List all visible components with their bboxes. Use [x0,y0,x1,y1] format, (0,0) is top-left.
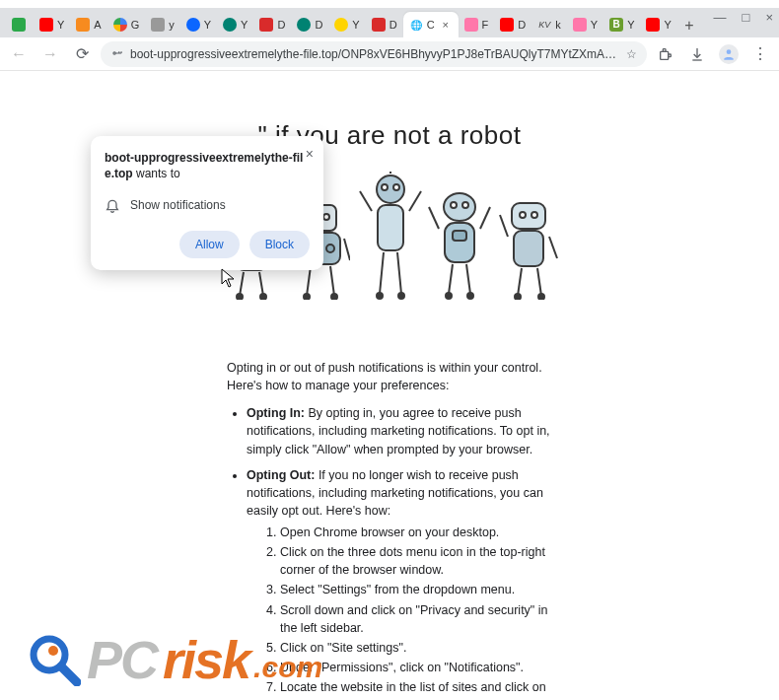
svg-line-30 [330,266,334,296]
tab-10[interactable]: D [366,12,403,37]
tab-13[interactable]: D [494,12,531,37]
svg-line-28 [344,239,350,260]
step-2: Click on the three dots menu icon in the… [280,543,552,579]
svg-point-32 [331,294,337,300]
svg-point-57 [520,212,526,218]
svg-point-31 [304,294,310,300]
svg-point-58 [531,212,537,218]
tab-17[interactable]: Y [640,12,676,37]
svg-point-43 [377,293,383,299]
url-text: boot-upprogressiveextremelythe-file.top/… [130,47,620,61]
svg-point-33 [377,175,404,203]
svg-rect-49 [453,231,466,241]
svg-rect-4 [661,51,669,59]
site-info-icon[interactable] [110,46,124,62]
window-close-icon[interactable]: × [765,10,773,25]
step-1: Open Chrome browser on your desktop. [280,524,552,541]
svg-line-63 [537,268,541,296]
watermark-risk: risk [163,629,249,690]
cursor-icon [221,268,235,292]
tab-strip: Y A G y Y Y D D Y D 🌐 C × F D KVk Y BY Y… [0,8,779,37]
svg-line-62 [518,268,522,296]
tab-3[interactable]: G [107,12,146,37]
globe-icon: 🌐 [409,18,423,32]
tab-close-icon[interactable]: × [439,18,453,32]
magnifier-icon [28,633,81,686]
tab-16[interactable]: BY [603,12,640,37]
svg-line-42 [397,252,401,294]
active-tab-title: C [427,19,435,31]
tab-15[interactable]: Y [567,12,603,37]
menu-button[interactable]: ⋮ [747,41,773,67]
svg-point-26 [326,245,334,252]
profile-avatar[interactable] [716,41,742,67]
tab-5[interactable]: Y [180,12,217,37]
svg-rect-56 [512,203,545,229]
tab-14[interactable]: KVk [531,12,567,37]
svg-point-44 [398,293,404,299]
svg-rect-59 [514,231,543,266]
svg-line-50 [429,207,439,229]
svg-line-29 [307,266,311,296]
tab-4[interactable]: y [145,12,180,37]
info-intro: Opting in or out of push notifications i… [227,359,552,394]
svg-point-65 [538,294,544,300]
window-controls: — □ × [714,10,773,25]
forward-button[interactable]: → [37,41,63,67]
svg-line-52 [449,264,453,294]
svg-point-54 [446,293,452,299]
address-bar[interactable]: boot-upprogressiveextremelythe-file.top/… [101,41,647,67]
tab-12[interactable]: F [459,12,495,37]
bookmark-star-icon[interactable]: ☆ [626,47,637,61]
downloads-icon[interactable] [684,41,710,67]
svg-rect-38 [378,205,403,250]
tab-9[interactable]: Y [328,12,365,37]
svg-point-23 [323,214,329,220]
svg-line-61 [549,237,557,258]
svg-line-53 [466,264,470,294]
tab-1[interactable]: Y [34,12,70,37]
tab-2[interactable]: A [70,12,106,37]
svg-line-68 [61,666,77,682]
reload-button[interactable]: ⟳ [69,41,95,67]
tab-8[interactable]: D [291,12,328,37]
svg-point-20 [260,294,266,300]
new-tab-button[interactable]: + [677,14,701,37]
svg-point-19 [237,294,243,300]
svg-line-40 [409,191,421,211]
tab-6[interactable]: Y [217,12,253,37]
back-button[interactable]: ← [6,41,32,67]
popup-wants: wants to [133,167,180,180]
svg-rect-48 [445,223,474,262]
svg-point-0 [113,51,115,53]
pcrisk-watermark: PCrisk.com [28,629,322,690]
popup-close-icon[interactable]: × [306,146,314,162]
svg-rect-5 [663,48,666,51]
extensions-icon[interactable] [653,41,678,67]
step-3: Select "Settings" from the dropdown menu… [280,581,552,598]
svg-line-17 [240,272,244,296]
bell-icon [105,197,120,213]
svg-point-35 [393,184,399,190]
block-button[interactable]: Block [249,231,310,258]
svg-point-64 [515,294,521,300]
notification-permission-popup: × boot-upprogressiveextremelythe-file.to… [91,136,323,270]
svg-line-51 [480,207,490,229]
watermark-pc: PC [87,629,157,690]
window-maximize-icon[interactable]: □ [743,10,750,25]
optin-item: Opting In: By opting in, you agree to re… [247,404,552,457]
tab-0[interactable] [6,12,34,37]
svg-line-39 [360,191,372,211]
svg-point-34 [382,184,388,190]
svg-line-60 [500,215,508,237]
svg-line-18 [259,272,263,296]
svg-point-55 [467,293,473,299]
tab-7[interactable]: D [253,12,291,37]
svg-point-46 [451,202,457,208]
svg-point-7 [727,49,732,54]
tab-active[interactable]: 🌐 C × [403,12,459,37]
allow-button[interactable]: Allow [179,231,240,258]
svg-point-47 [462,202,468,208]
window-minimize-icon[interactable]: — [714,10,727,25]
browser-toolbar: ← → ⟳ boot-upprogressiveextremelythe-fil… [0,37,779,71]
